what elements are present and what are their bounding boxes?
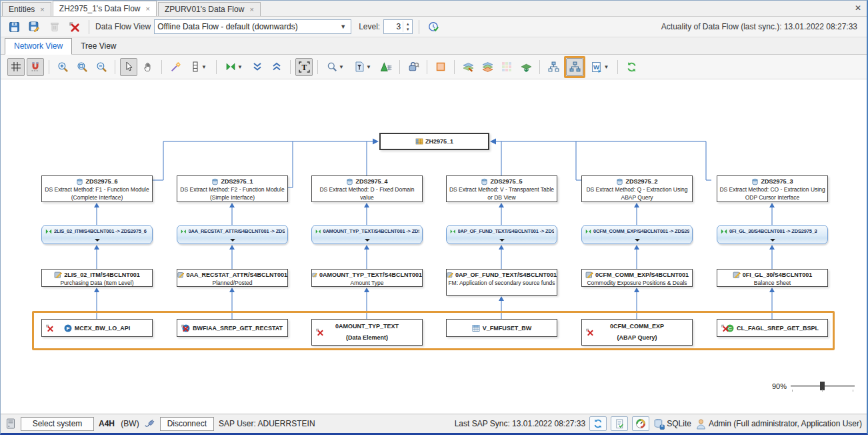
- stepper-down-icon[interactable]: ▼: [406, 27, 410, 32]
- snap-to-grid-button[interactable]: [27, 58, 44, 76]
- edit-layers-button[interactable]: [459, 58, 477, 76]
- datasource-node[interactable]: 0AA_RECSTAT_ATTR/S4BCLNT001Planned/Poste…: [177, 269, 288, 287]
- collapse-caret-icon[interactable]: [230, 239, 235, 242]
- tab-network-view[interactable]: Network View: [5, 38, 72, 55]
- actuality-check-button[interactable]: [425, 19, 442, 35]
- pyramid-grid-icon: [381, 61, 392, 73]
- extract-node[interactable]: ZDS2975_6DS Extract Method: F1 - Functio…: [41, 175, 153, 202]
- zoom-out-button[interactable]: [93, 58, 110, 76]
- sync-button[interactable]: [589, 416, 607, 431]
- data-flow-view-select[interactable]: Offline Data Flow - default (downwards) …: [154, 19, 351, 34]
- tab-tree-view[interactable]: Tree View: [72, 39, 125, 54]
- transformation-bar[interactable]: 0CFM_COMM_EXP/S4BCLNT001 -> ZDS2975_2: [581, 225, 693, 244]
- tab-close-icon[interactable]: ×: [40, 5, 44, 13]
- tab-entities[interactable]: Entities ×: [2, 2, 51, 16]
- select-system-button[interactable]: Select system: [21, 417, 94, 431]
- filter-button[interactable]: ▼: [350, 58, 375, 76]
- collapse-caret-icon[interactable]: [635, 239, 640, 242]
- datasource-cylinder-icon: [76, 178, 83, 185]
- dropdown-arrow-icon[interactable]: ▼: [366, 64, 371, 70]
- delete-data-flow-button[interactable]: [66, 19, 83, 35]
- collapse-caret-icon[interactable]: [95, 239, 100, 242]
- datasource-node[interactable]: 0CFM_COMM_EXP/S4BCLNT001Commodity Exposu…: [581, 269, 693, 287]
- collapse-caret-icon[interactable]: [499, 239, 505, 242]
- refresh-button[interactable]: [623, 58, 640, 76]
- zoom-slider[interactable]: [791, 381, 855, 392]
- export-word-button[interactable]: W▼: [587, 58, 613, 76]
- extract-node[interactable]: ZDS2975_4DS Extract Method: D - Fixed Do…: [311, 175, 423, 202]
- collapse-caret-icon[interactable]: [365, 239, 370, 242]
- save-as-icon: [29, 21, 40, 33]
- tab-zh2975-data-flow[interactable]: ZH2975_1's Data Flow ×: [53, 1, 157, 16]
- combo-dropdown-icon[interactable]: ▼: [338, 21, 348, 33]
- toolbar-separator: [539, 60, 540, 74]
- clock-check-icon: [428, 21, 439, 33]
- sync-report-button[interactable]: [611, 416, 628, 431]
- expand-all-button[interactable]: [268, 58, 285, 76]
- tab-close-icon[interactable]: ×: [249, 5, 253, 13]
- authorizations-button[interactable]: [405, 58, 422, 76]
- search-button[interactable]: ▼: [323, 58, 348, 76]
- tab-zpurv01-data-flow[interactable]: ZPURV01's Data Flow ×: [158, 2, 261, 16]
- collapse-caret-icon[interactable]: [770, 239, 775, 242]
- transformation-bar[interactable]: 0AA_RECSTAT_ATTR/S4BCLNT001 -> ZDS2975_1: [177, 225, 288, 244]
- transformation-display-button[interactable]: ▼: [221, 58, 247, 76]
- root-node-zh2975-1[interactable]: ZH2975_1: [379, 133, 489, 150]
- sync-icon: [593, 418, 603, 429]
- save-as-button[interactable]: [26, 19, 43, 35]
- grid-toggle-button[interactable]: [7, 58, 25, 76]
- source-node[interactable]: CCL_FAGL_SREP_GET_BSPL: [717, 319, 828, 337]
- source-node[interactable]: 0AMOUNT_TYP_TEXT(Data Element): [311, 319, 423, 346]
- dropdown-arrow-icon[interactable]: ▼: [201, 64, 207, 70]
- datasource-node[interactable]: 0FI_GL_30/S4BCLNT001Balance Sheet: [717, 269, 828, 287]
- color-matrix-button[interactable]: [498, 58, 515, 76]
- stepper-arrows[interactable]: ▲▼: [403, 21, 412, 32]
- tree-layout-down-button[interactable]: [566, 58, 583, 76]
- source-node[interactable]: FBWFIAA_SREP_GET_RECSTAT: [177, 319, 288, 337]
- export-layer-button[interactable]: [517, 58, 535, 76]
- select-tool-button[interactable]: [120, 58, 137, 76]
- source-node[interactable]: V_FMFUSET_BW: [446, 319, 557, 337]
- extract-node[interactable]: ZDS2975_2DS Extract Method: Q - Extracti…: [581, 175, 693, 202]
- dropdown-arrow-icon[interactable]: ▼: [604, 64, 609, 70]
- window-close-icon[interactable]: ✕: [855, 3, 861, 13]
- tree-layout-up-button[interactable]: [545, 58, 562, 76]
- zoom-fit-button[interactable]: [73, 58, 91, 76]
- dropdown-arrow-icon[interactable]: ▼: [339, 64, 344, 70]
- zoom-in-button[interactable]: [54, 58, 71, 76]
- toolbar-separator: [49, 60, 49, 74]
- highlight-frame-button[interactable]: [432, 58, 449, 76]
- datasource-node[interactable]: 2LIS_02_ITM/S4BCLNT001Purchasing Data (I…: [41, 269, 153, 287]
- layout-style-button[interactable]: ▼: [186, 58, 211, 76]
- transformation-bar[interactable]: 0AP_OF_FUND_TEXT/S4BCLNT001 -> ZDS2975_5: [446, 225, 557, 244]
- extract-node[interactable]: ZDS2975_5DS Extract Method: V - Transpar…: [446, 175, 557, 202]
- layers-button[interactable]: [479, 58, 496, 76]
- transformation-bar[interactable]: 0FI_GL_30/S4BCLNT001 -> ZDS2975_3: [717, 225, 828, 244]
- extract-node[interactable]: ZDS2975_3DS Extract Method: CO - Extract…: [717, 175, 828, 202]
- transformation-bar[interactable]: 0AMOUNT_TYP_TEXT/S4BCLNT001 -> ZDS2975_4: [311, 225, 423, 244]
- dropdown-arrow-icon[interactable]: ▼: [237, 64, 243, 70]
- delete-button[interactable]: [46, 19, 63, 35]
- zoom-control: 90%: [772, 381, 855, 392]
- auto-layout-button[interactable]: [167, 58, 184, 76]
- performance-gauge-button[interactable]: [632, 416, 649, 431]
- hierarchy-analysis-button[interactable]: [377, 58, 395, 76]
- stepper-up-icon[interactable]: ▲: [406, 21, 410, 27]
- datasource-node[interactable]: 0AP_OF_FUND_TEXT/S4BCLNT001FM: Applicati…: [446, 269, 557, 296]
- extract-node[interactable]: ZDS2975_1DS Extract Method: F2 - Functio…: [177, 175, 288, 202]
- show-text-button[interactable]: T: [295, 58, 313, 76]
- app-window: Entities × ZH2975_1's Data Flow × ZPURV0…: [0, 0, 868, 435]
- level-stepper[interactable]: 3 ▲▼: [383, 19, 413, 34]
- toolbar-separator: [115, 60, 115, 74]
- disconnect-button[interactable]: Disconnect: [160, 417, 214, 431]
- tab-close-icon[interactable]: ×: [145, 5, 149, 13]
- cursor-arrow-icon: [123, 61, 134, 72]
- transformation-bar[interactable]: 2LIS_02_ITM/S4BCLNT001 -> ZDS2975_6: [41, 225, 153, 244]
- source-node[interactable]: 0CFM_COMM_EXP(ABAP Query): [581, 319, 693, 346]
- save-button[interactable]: [6, 19, 23, 35]
- network-diagram-canvas[interactable]: ZH2975_1 ZDS2975_6DS Extract Method: F1 …: [1, 79, 867, 414]
- source-node[interactable]: FMCEX_BW_LO_API: [41, 319, 153, 337]
- pan-tool-button[interactable]: [139, 58, 157, 76]
- collapse-all-button[interactable]: [249, 58, 266, 76]
- datasource-node[interactable]: 0AMOUNT_TYP_TEXT/S4BCLNT001Amount Type: [311, 269, 423, 287]
